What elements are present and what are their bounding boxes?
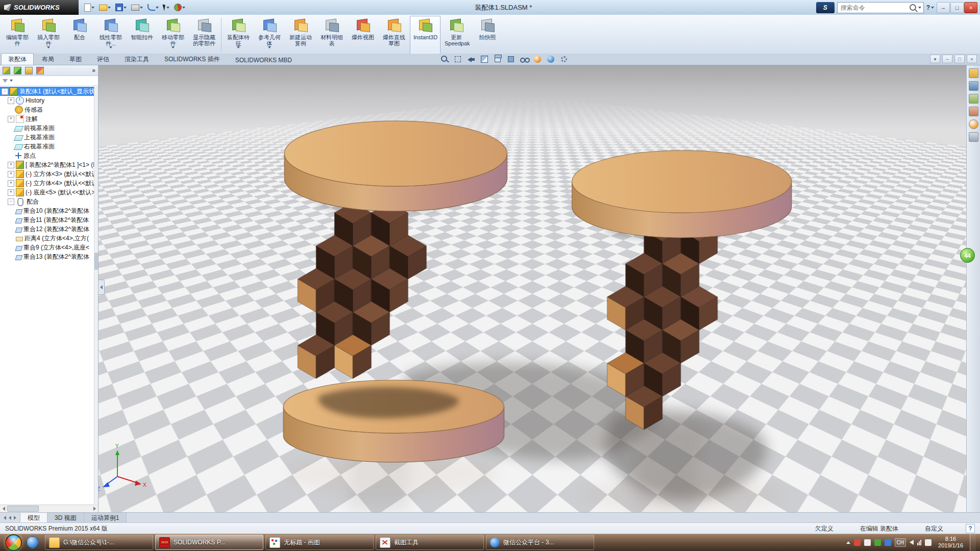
tree-item-subassembly[interactable]: +[ 装配体2^装配体1 ]<1> (D: [0, 160, 98, 169]
ribbon-button-new-motion-study[interactable]: 新建运动算例: [285, 16, 316, 54]
status-help-button[interactable]: ?: [966, 524, 975, 533]
scrollbar-thumb[interactable]: [94, 253, 98, 270]
start-button[interactable]: [5, 534, 22, 551]
doc-close-icon[interactable]: ×: [967, 55, 977, 63]
dropdown-arrow-icon[interactable]: [237, 46, 240, 48]
tree-filter-row[interactable]: [0, 76, 98, 86]
dropdown-arrow-icon[interactable]: [47, 46, 50, 48]
taskbar-app-solidworks[interactable]: 2015 SOLIDWORKS P...: [155, 535, 263, 550]
minimize-button[interactable]: –: [937, 2, 950, 13]
tree-item-mate-coincident11[interactable]: 重合11 (装配体2^装配体: [0, 215, 98, 224]
tree-item-right-plane[interactable]: 右视基准面: [0, 142, 98, 151]
tray-security-icon[interactable]: [874, 539, 881, 546]
design-library-icon[interactable]: [969, 81, 978, 91]
tray-app-icon[interactable]: [854, 539, 861, 546]
ribbon-button-explode-line-sketch[interactable]: 爆炸直线草图: [379, 16, 409, 54]
right-stool-top-disc[interactable]: [572, 151, 792, 238]
view-orientation-icon[interactable]: [493, 55, 502, 64]
action-center-flag-icon[interactable]: [925, 539, 932, 546]
tree-item-history[interactable]: +History: [0, 96, 98, 105]
maximize-button[interactable]: □: [950, 2, 964, 13]
ribbon-button-exploded-view[interactable]: 爆炸视图: [348, 16, 378, 54]
tree-item-mates[interactable]: -配合: [0, 197, 98, 206]
dropdown-arrow-icon[interactable]: [268, 46, 271, 48]
close-button[interactable]: ×: [964, 2, 977, 13]
ribbon-button-bill-of-materials[interactable]: 材料明细表: [316, 16, 347, 54]
featuremanager-tab-icon[interactable]: [3, 67, 10, 74]
tab-solidworks-mbd[interactable]: SOLIDWORKS MBD: [228, 55, 299, 65]
left-stool-cubes[interactable]: [298, 202, 426, 379]
tree-item-sensors[interactable]: 传感器: [0, 105, 98, 114]
ribbon-button-edit-component[interactable]: 编辑零部件: [2, 16, 33, 54]
expander-icon[interactable]: +: [8, 180, 14, 187]
help-menu[interactable]: ?: [926, 4, 934, 11]
rebuild-button[interactable]: [173, 2, 187, 13]
tree-item-cube3[interactable]: +(-) 立方体<3> (默认<<默认: [0, 169, 98, 179]
tray-app-icon[interactable]: [885, 539, 891, 546]
tree-item-annotations[interactable]: +注解: [0, 114, 98, 123]
scroll-left-icon[interactable]: [0, 506, 7, 512]
tree-item-origin[interactable]: 原点: [0, 151, 98, 160]
tree-item-mate-coincident9[interactable]: 重合9 (立方体<4>,底座<: [0, 243, 98, 252]
taskbar-app-snipping-tool[interactable]: 截图工具: [376, 535, 484, 550]
tree-item-mate-coincident13[interactable]: 重合13 (装配体2^装配体: [0, 252, 98, 261]
left-stool-top-disc[interactable]: [284, 121, 507, 211]
new-document-button[interactable]: [83, 2, 96, 13]
view-settings-icon[interactable]: [559, 55, 569, 64]
zoom-area-icon[interactable]: [453, 55, 462, 64]
edit-appearance-icon[interactable]: [533, 55, 542, 64]
doc-dock-icon[interactable]: ▾: [930, 55, 940, 63]
quick-launch-browser-icon[interactable]: [27, 536, 39, 548]
tray-app-icon[interactable]: [864, 539, 871, 546]
tab-3d-views[interactable]: 3D 视图: [47, 513, 84, 523]
tab-scroll-left-icon[interactable]: [4, 516, 6, 520]
panel-more-button[interactable]: »: [92, 67, 95, 74]
ribbon-button-move-component[interactable]: 移动零部件: [158, 16, 188, 54]
taskbar-clock[interactable]: 8:16 2019/1/16: [935, 536, 966, 549]
tab-evaluate[interactable]: 评估: [90, 53, 116, 65]
select-button[interactable]: [162, 2, 171, 13]
tab-sketch[interactable]: 草图: [62, 53, 89, 65]
ribbon-button-instant3d[interactable]: Instant3D: [410, 16, 440, 54]
command-search[interactable]: [837, 2, 924, 13]
expander-icon[interactable]: +: [8, 189, 14, 196]
t tree-item-mate-distance4[interactable]: 距离4 (立方体<4>,立方(: [0, 234, 98, 243]
ribbon-button-insert-components[interactable]: 插入零部件: [33, 16, 64, 54]
tab-layout[interactable]: 布局: [35, 53, 61, 65]
input-language-indicator[interactable]: CH: [895, 538, 906, 547]
tree-horizontal-scrollbar[interactable]: [0, 505, 98, 512]
appearances-icon[interactable]: [969, 119, 978, 129]
expander-icon[interactable]: +: [8, 171, 14, 178]
tab-model[interactable]: 模型: [20, 513, 47, 523]
search-input[interactable]: [840, 4, 908, 12]
volume-icon[interactable]: [910, 540, 914, 545]
tree-item-top-plane[interactable]: 上视基准面: [0, 133, 98, 142]
ribbon-button-mate[interactable]: 配合: [64, 16, 95, 54]
tree-item-mate-coincident10[interactable]: 重合10 (装配体2^装配体: [0, 206, 98, 215]
tab-scroll-left-icon[interactable]: [9, 516, 11, 520]
expander-icon[interactable]: +: [8, 162, 14, 168]
display-style-icon[interactable]: [506, 55, 516, 64]
expander-icon[interactable]: +: [8, 97, 14, 104]
scrollbar-thumb[interactable]: [7, 506, 39, 512]
ribbon-button-show-hidden[interactable]: 显示隐藏的零部件: [189, 16, 219, 54]
chevron-down-icon[interactable]: [918, 7, 921, 9]
tab-nav-buttons[interactable]: [0, 513, 20, 523]
open-button[interactable]: [97, 2, 112, 13]
ribbon-button-update-speedpak[interactable]: 更新 Speedpak: [441, 16, 472, 54]
doc-restore-icon[interactable]: □: [954, 55, 965, 63]
configurationmanager-tab-icon[interactable]: [25, 67, 33, 74]
ribbon-button-reference-geometry[interactable]: 参考几何体: [254, 16, 285, 54]
ribbon-button-smart-fasteners[interactable]: 智能扣件: [127, 16, 157, 54]
base-disc[interactable]: [283, 380, 504, 462]
tree-item-assembly-root[interactable]: -装配体1 (默认<默认_显示状态: [0, 87, 98, 96]
custom-properties-icon[interactable]: [969, 132, 978, 142]
taskbar-app-folder[interactable]: G:\微信公众号\1-...: [45, 535, 153, 550]
tab-scroll-right-icon[interactable]: [14, 516, 16, 520]
expander-icon[interactable]: -: [2, 88, 8, 95]
zoom-fit-icon[interactable]: [440, 55, 449, 64]
tab-assembly[interactable]: 装配体: [1, 53, 34, 65]
panel-collapse-handle[interactable]: [99, 280, 105, 295]
scroll-right-icon[interactable]: [91, 506, 98, 512]
taskbar-app-browser[interactable]: 微信公众平台 - 3...: [486, 535, 594, 550]
